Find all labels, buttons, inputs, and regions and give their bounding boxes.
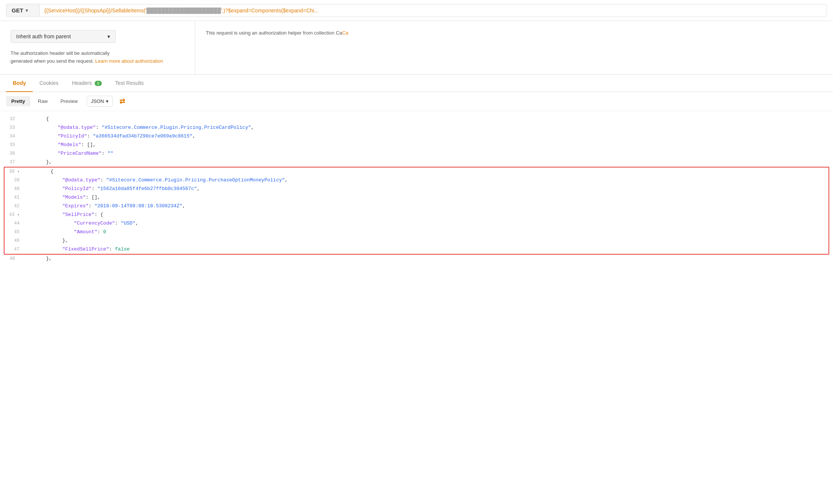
line-number: 44 <box>5 219 27 227</box>
preview-button[interactable]: Preview <box>55 96 83 106</box>
code-line-35: 35 "Models": [], <box>0 141 833 149</box>
response-tabs: Body Cookies Headers 6 Test Results <box>0 75 833 92</box>
line-content: }, <box>23 255 833 263</box>
json-format-label: JSON <box>91 98 104 104</box>
url-input[interactable]: {{ServiceHost}}/{{ShopsApi}}/SellableIte… <box>40 4 827 17</box>
line-content: "CurrencyCode": "USD", <box>27 219 828 228</box>
highlighted-block: 38 ▾ { 39 "@odata.type": "#Sitecore.Comm… <box>4 167 829 255</box>
code-line-46: 46 }, <box>5 237 828 245</box>
chevron-down-icon: ▾ <box>107 33 110 39</box>
url-bar: GET ▾ {{ServiceHost}}/{{ShopsApi}}/Sella… <box>0 0 833 21</box>
line-content: "Models": [], <box>27 193 828 202</box>
line-content: "Amount": 0 <box>27 228 828 236</box>
line-number: 36 <box>0 149 23 157</box>
line-number: 48 <box>0 255 23 263</box>
line-number: 47 <box>5 245 27 253</box>
auth-dropdown-label: Inherit auth from parent <box>16 33 71 39</box>
auth-type-dropdown[interactable]: Inherit auth from parent ▾ <box>11 30 116 43</box>
url-text: {{ServiceHost}}/{{ShopsApi}}/SellableIte… <box>44 8 318 14</box>
line-content: "SellPrice": { <box>27 211 828 219</box>
line-number: 38 ▾ <box>5 167 27 175</box>
method-select[interactable]: GET ▾ <box>6 4 40 17</box>
json-format-dropdown[interactable]: JSON ▾ <box>87 96 113 107</box>
line-content: "PolicyId": "a366534dfad34b7290ce7e069a9… <box>23 132 833 140</box>
code-line-37: 37 }, <box>0 158 833 167</box>
chevron-down-icon: ▾ <box>26 8 28 13</box>
line-number: 33 <box>0 124 23 131</box>
wrap-icon: ⇄ <box>119 97 125 106</box>
tab-headers-label: Headers <box>72 80 92 86</box>
code-line-42: 42 "Expires": "2018-09-14T09:08:18.53082… <box>5 202 828 211</box>
auth-right-panel: This request is using an authorization h… <box>195 21 833 74</box>
raw-button[interactable]: Raw <box>33 96 53 106</box>
code-line-39: 39 "@odata.type": "#Sitecore.Commerce.Pl… <box>5 176 828 185</box>
line-number: 46 <box>5 237 27 244</box>
line-number: 43 ▾ <box>5 211 27 219</box>
auth-desc-line2: generated when you send the request. <box>11 58 94 64</box>
auth-helper-main: This request is using an authorization h… <box>206 30 342 36</box>
code-line-45: 45 "Amount": 0 <box>5 228 828 237</box>
tab-cookies[interactable]: Cookies <box>33 75 65 92</box>
code-line-32: 32 { <box>0 115 833 124</box>
line-number: 34 <box>0 132 23 140</box>
line-content: "Expires": "2018-09-14T09:08:18.5308234Z… <box>27 202 828 210</box>
line-content: "PolicyId": "1562a10da85f4fe6b27ffbb0c30… <box>27 185 828 193</box>
line-content: "@odata.type": "#Sitecore.Commerce.Plugi… <box>27 176 828 184</box>
auth-left-panel: Inherit auth from parent ▾ The authoriza… <box>0 21 195 74</box>
line-content: "FixedSellPrice": false <box>27 245 828 254</box>
line-content: { <box>23 115 833 123</box>
tab-test-results-label: Test Results <box>115 80 144 86</box>
line-number: 41 <box>5 193 27 201</box>
tab-test-results[interactable]: Test Results <box>109 75 151 92</box>
code-line-44: 44 "CurrencyCode": "USD", <box>5 219 828 228</box>
line-number: 39 <box>5 176 27 184</box>
code-line-34: 34 "PolicyId": "a366534dfad34b7290ce7e06… <box>0 132 833 141</box>
code-line-43: 43 ▾ "SellPrice": { <box>5 211 828 219</box>
line-content: }, <box>27 237 828 245</box>
line-number: 42 <box>5 202 27 210</box>
line-content: "Models": [], <box>23 141 833 149</box>
auth-learn-more-link[interactable]: Learn more about authorization <box>95 58 163 64</box>
code-line-41: 41 "Models": [], <box>5 193 828 202</box>
tab-headers[interactable]: Headers 6 <box>65 75 109 92</box>
code-view: 32 { 33 "@odata.type": "#Sitecore.Commer… <box>0 111 833 267</box>
line-content: "@odata.type": "#Sitecore.Commerce.Plugi… <box>23 124 833 132</box>
auth-description: The authorization header will be automat… <box>11 50 184 65</box>
line-content: { <box>27 167 828 176</box>
line-number: 45 <box>5 228 27 236</box>
code-line-48: 48 }, <box>0 255 833 263</box>
auth-section: Inherit auth from parent ▾ The authoriza… <box>0 21 833 75</box>
auth-collection-link[interactable]: Ca <box>342 30 349 36</box>
word-wrap-button[interactable]: ⇄ <box>116 96 128 107</box>
code-line-47: 47 "FixedSellPrice": false <box>5 245 828 254</box>
code-line-36: 36 "PriceCardName": "" <box>0 149 833 158</box>
tab-body-label: Body <box>13 80 26 86</box>
line-number: 37 <box>0 158 23 166</box>
pretty-button[interactable]: Pretty <box>6 96 30 106</box>
line-content: "PriceCardName": "" <box>23 149 833 158</box>
chevron-down-icon: ▾ <box>106 98 109 104</box>
code-line-33: 33 "@odata.type": "#Sitecore.Commerce.Pl… <box>0 124 833 132</box>
format-bar: Pretty Raw Preview JSON ▾ ⇄ <box>0 92 833 111</box>
method-label: GET <box>12 7 23 14</box>
line-number: 35 <box>0 141 23 149</box>
tab-body[interactable]: Body <box>6 75 33 92</box>
auth-desc-line1: The authorization header will be automat… <box>11 50 110 56</box>
auth-helper-text: This request is using an authorization h… <box>206 30 348 36</box>
headers-badge: 6 <box>95 81 101 86</box>
line-number: 32 <box>0 115 23 123</box>
line-content: }, <box>23 158 833 166</box>
code-line-40: 40 "PolicyId": "1562a10da85f4fe6b27ffbb0… <box>5 185 828 193</box>
tab-cookies-label: Cookies <box>39 80 59 86</box>
line-number: 40 <box>5 185 27 193</box>
code-line-38: 38 ▾ { <box>5 167 828 176</box>
